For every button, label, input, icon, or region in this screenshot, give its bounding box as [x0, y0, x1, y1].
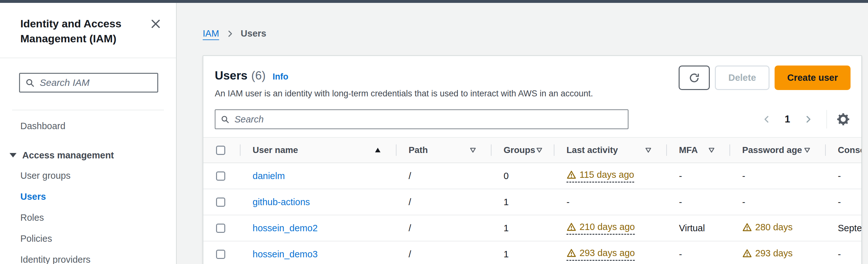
cell-last-activity: 210 days ago	[554, 222, 666, 235]
cell-path: /	[396, 223, 491, 233]
pagination-prev-button[interactable]	[762, 114, 771, 125]
cell-console-last-sign-in: September	[825, 223, 861, 233]
table-header-cell-last_activity[interactable]: Last activity	[554, 138, 666, 163]
groups-count[interactable]: 1	[503, 249, 509, 260]
table-search-input[interactable]	[234, 114, 623, 125]
warning-text: 115 days ago	[580, 170, 634, 180]
select-all-checkbox[interactable]	[216, 146, 225, 155]
sidebar-item-policies[interactable]: Policies	[0, 228, 176, 249]
cell-groups: 1	[491, 197, 554, 207]
sidebar-item-dashboard[interactable]: Dashboard	[0, 117, 176, 135]
breadcrumb-chevron-icon	[225, 29, 235, 38]
pagination-next-button[interactable]	[804, 114, 813, 125]
sidebar-item-users[interactable]: Users	[0, 186, 176, 207]
sidebar-item-roles[interactable]: Roles	[0, 207, 176, 228]
user-name-link[interactable]: hossein_demo2	[253, 223, 318, 233]
warning-text: 293 days ago	[580, 248, 635, 258]
groups-count[interactable]: 1	[503, 223, 509, 233]
chevron-left-icon	[762, 114, 771, 125]
pagination-current-page[interactable]: 1	[785, 114, 790, 125]
table-header-cell-console[interactable]: Console last sign-in	[825, 138, 861, 163]
cell-username: hossein_demo2	[240, 223, 396, 233]
cell-groups: 1	[491, 223, 554, 233]
table-preferences-button[interactable]	[837, 113, 850, 126]
sidebar-title: Identity and Access Management (IAM)	[20, 16, 144, 46]
cell-last-activity: 293 days ago	[554, 248, 666, 261]
gear-icon	[837, 113, 850, 126]
table-header-row: User namePathGroupsLast activityMFAPassw…	[203, 137, 861, 163]
warning-value: 293 days	[742, 248, 793, 259]
search-icon	[220, 115, 229, 124]
cell-last-activity: -	[554, 197, 666, 207]
sidebar-item-identity-providers[interactable]: Identity providers	[0, 249, 176, 264]
warning-icon	[566, 222, 576, 232]
filter-caret-icon	[644, 146, 652, 154]
cell-username: danielm	[240, 171, 396, 181]
breadcrumb-current: Users	[241, 28, 267, 39]
create-user-button[interactable]: Create user	[775, 65, 850, 90]
column-label: Password age	[742, 145, 802, 155]
users-table: User namePathGroupsLast activityMFAPassw…	[203, 137, 861, 264]
cell-groups: 1	[491, 249, 554, 260]
cell-mfa: -	[666, 197, 730, 207]
groups-count: 0	[503, 171, 509, 181]
cell-mfa: -	[666, 171, 730, 181]
groups-count[interactable]: 1	[503, 197, 509, 207]
cell-mfa: Virtual	[666, 223, 730, 233]
sidebar-search-input[interactable]	[39, 77, 152, 88]
warning-text: 280 days	[755, 222, 793, 233]
table-search[interactable]	[215, 110, 628, 129]
warning-value[interactable]: 293 days ago	[566, 248, 635, 261]
user-name-link[interactable]: hossein_demo3	[253, 249, 318, 260]
table-row: hossein_demo3/1293 days ago-293 days-	[203, 241, 861, 264]
warning-value[interactable]: 115 days ago	[566, 170, 634, 182]
table-header-cell-path[interactable]: Path	[396, 138, 491, 163]
row-checkbox[interactable]	[216, 198, 225, 207]
table-header-cell-password_age[interactable]: Password age	[730, 138, 825, 163]
password-age-text: -	[742, 171, 745, 181]
sidebar-divider	[0, 58, 176, 58]
refresh-button[interactable]	[679, 65, 710, 90]
user-name-link[interactable]: danielm	[253, 171, 285, 181]
cell-console-last-sign-in: -	[825, 197, 861, 207]
breadcrumb-link-iam[interactable]: IAM	[203, 28, 219, 39]
pagination: 1	[762, 110, 850, 128]
sidebar-search[interactable]	[19, 73, 158, 93]
column-label: Path	[409, 145, 428, 155]
page-title: Users	[215, 68, 248, 83]
filter-caret-icon	[803, 146, 811, 154]
password-age-text: -	[742, 197, 745, 207]
column-label: Groups	[503, 145, 535, 155]
row-select-cell	[203, 198, 240, 207]
table-header-cell-groups[interactable]: Groups	[491, 138, 554, 163]
column-label: Console last sign-in	[838, 145, 861, 155]
breadcrumb: IAM Users	[203, 28, 266, 39]
warning-icon	[566, 170, 576, 180]
sidebar-item-user-groups[interactable]: User groups	[0, 165, 176, 186]
warning-icon	[742, 222, 752, 232]
main-content: IAM Users Users (6) Info An IAM user is …	[177, 3, 868, 264]
warning-value[interactable]: 210 days ago	[566, 222, 635, 235]
user-name-link[interactable]: github-actions	[253, 197, 310, 207]
sidebar-close-button[interactable]	[149, 18, 162, 30]
table-header-cell-mfa[interactable]: MFA	[666, 138, 730, 163]
last-activity-text: -	[566, 197, 570, 207]
warning-text: 210 days ago	[580, 222, 635, 232]
row-checkbox[interactable]	[216, 171, 225, 181]
row-checkbox[interactable]	[216, 250, 225, 259]
info-link[interactable]: Info	[273, 72, 288, 82]
cell-password-age: -	[730, 197, 825, 207]
search-icon	[25, 78, 35, 87]
row-checkbox[interactable]	[216, 224, 225, 233]
sidebar-section-access-management[interactable]: Access management	[0, 150, 176, 160]
cell-path: /	[396, 249, 491, 260]
delete-button[interactable]: Delete	[715, 65, 770, 90]
section-expanded-caret-icon	[9, 153, 17, 157]
warning-value: 280 days	[742, 222, 793, 233]
cell-console-last-sign-in: -	[825, 249, 861, 260]
close-icon	[150, 18, 162, 30]
table-header-cell-username[interactable]: User name	[240, 138, 396, 163]
warning-icon	[742, 248, 752, 258]
column-label: Last activity	[566, 145, 618, 155]
column-label: MFA	[679, 145, 698, 155]
